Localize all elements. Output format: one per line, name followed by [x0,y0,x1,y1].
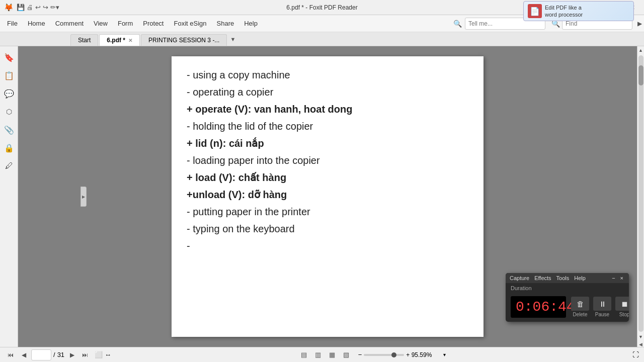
capture-menu[interactable]: Capture [510,275,529,281]
sidebar-attachments-icon[interactable]: 📎 [2,123,16,137]
toolbar-icons: 💾 🖨 ↩ ↪ ✏▾ [17,4,59,11]
duration-display: 0:06:44 [511,296,566,318]
print-icon[interactable]: 🖨 [27,4,33,11]
ribbon-arrow[interactable]: ▶ [637,20,642,27]
next-page-button[interactable]: ▶ [66,349,77,360]
record-buttons-row: 🗑 Delete ⏸ Pause ⏹ Stop [571,297,629,317]
record-duration-label: Duration [506,283,629,292]
pdf-line-4: - holding the lid of the copier [187,118,468,135]
panel-toggle[interactable]: ▶ [80,187,87,207]
sidebar-pages-icon[interactable]: 📋 [2,68,16,82]
pdf-line-2: - operating a copier [187,83,468,101]
fullscreen-icon[interactable]: ⛶ [632,351,639,358]
zoom-control: − + 95.59% ▾ [358,351,446,358]
pdf-line-7: + load (V): chất hàng [187,169,468,186]
ad-icon: 📄 [528,4,542,18]
stop-button[interactable]: ⏹ [615,297,629,311]
zoom-out-icon[interactable]: − [358,351,362,358]
pdf-line-1: - using a copy machine [187,66,468,83]
help-menu[interactable]: Help [574,275,586,281]
pause-label: Pause [595,312,609,317]
zoom-dropdown-arrow[interactable]: ▾ [443,352,446,357]
tab-6pdf[interactable]: 6.pdf * ✕ [99,34,140,46]
sidebar-security-icon[interactable]: 🔒 [2,141,16,155]
menu-view[interactable]: View [89,18,113,29]
effects-menu[interactable]: Effects [534,275,551,281]
page-total: 31 [57,351,64,358]
pdf-line-6: - loading paper into the copier [187,152,468,169]
delete-label: Delete [573,312,588,317]
menu-home[interactable]: Home [23,18,50,29]
first-page-button[interactable]: ⏮ [5,349,16,360]
tab-printing-label: PRINTING SESSION 3 -... [148,37,219,44]
stop-label: Stop [619,312,629,317]
tab-6pdf-close[interactable]: ✕ [128,38,132,43]
pdf-line-3: + operate (V): van hanh, hoat dong [187,101,468,118]
pause-control: ⏸ Pause [593,297,611,317]
redo-icon[interactable]: ↪ [43,4,48,11]
record-header: Capture Effects Tools Help − × [506,273,629,283]
scroll-down-arrow[interactable]: ▼ [637,333,645,341]
titlebar-left: 🦊 💾 🖨 ↩ ↪ ✏▾ [4,3,59,12]
pause-button[interactable]: ⏸ [593,297,611,311]
menu-form[interactable]: Form [113,18,138,29]
fit-width-icon[interactable]: ↔ [105,351,111,358]
tab-dropdown-arrow[interactable]: ▼ [230,36,235,42]
custom-icon[interactable]: ✏▾ [50,4,59,11]
menu-help[interactable]: Help [239,18,263,29]
menu-protect[interactable]: Protect [138,18,169,29]
tab-6pdf-label: 6.pdf * [107,37,125,44]
last-page-button[interactable]: ⏭ [79,349,91,360]
panel-collapse-arrow[interactable]: ◀ [639,342,642,347]
tools-menu[interactable]: Tools [556,275,570,281]
main-area: 🔖 📋 💬 ⬡ 📎 🔒 🖊 ▶ - using a copy machine -… [0,46,644,347]
record-close-button[interactable]: × [619,275,625,281]
continuous-pages-icon[interactable]: ▦ [326,349,338,361]
scroll-thumb[interactable] [638,65,643,85]
two-pages-icon[interactable]: ▧ [340,349,352,361]
record-minimize-button[interactable]: − [610,275,616,281]
sidebar-layers-icon[interactable]: ⬡ [2,105,16,119]
zoom-thumb[interactable] [391,352,396,357]
window-title: 6.pdf * - Foxit PDF Reader [286,4,357,11]
zoom-in-label: + 95.59% [406,351,441,358]
menu-comment[interactable]: Comment [50,18,89,29]
pdf-line-11: - [187,237,468,254]
scroll-track[interactable] [638,55,643,332]
sidebar-comments-icon[interactable]: 💬 [2,86,16,101]
prev-page-button[interactable]: ◀ [18,349,29,360]
pdf-content: - using a copy machine - operating a cop… [187,66,468,254]
delete-button[interactable]: 🗑 [571,297,589,311]
stop-control: ⏹ Stop [615,297,629,317]
recording-panel: Capture Effects Tools Help − × Duration … [506,273,629,322]
menu-foxit-esign[interactable]: Foxit eSign [169,18,211,29]
undo-icon[interactable]: ↩ [35,4,41,11]
sidebar-bookmark-icon[interactable]: 🔖 [2,50,16,64]
fit-window-icon[interactable]: ⬜ [95,351,103,358]
pdf-line-9: - putting paper in the printer [187,203,468,220]
zoom-slider[interactable] [364,354,404,356]
ad-banner[interactable]: 📄 Edit PDF like aword processor [523,1,634,21]
facing-pages-icon[interactable]: ▥ [312,349,324,361]
menu-file[interactable]: File [2,18,23,29]
right-scrollbar[interactable]: ▲ ▼ ◀ [637,46,644,347]
app-icon: 🦊 [4,3,14,12]
status-bar: ⏮ ◀ 2 / 31 ▶ ⏭ ⬜ ↔ ▤ ▥ ▦ ▧ − + 95.59% ▾ … [0,347,644,362]
tab-start-label: Start [78,37,91,44]
view-mode-icons: ▤ ▥ ▦ ▧ [298,349,352,361]
page-input-group: 2 / 31 [31,349,64,360]
save-icon[interactable]: 💾 [17,4,25,11]
current-page-input[interactable]: 2 [31,349,51,360]
sidebar-signatures-icon[interactable]: 🖊 [2,159,16,173]
menu-share[interactable]: Share [212,18,239,29]
single-page-icon[interactable]: ▤ [298,349,310,361]
pdf-line-8: +unload (V): dỡ hàng [187,186,468,203]
pdf-line-10: - typing on the keyboard [187,220,468,237]
tab-bar: Start 6.pdf * ✕ PRINTING SESSION 3 -... … [0,32,644,46]
search-icon: 🔍 [453,20,462,28]
tab-printing[interactable]: PRINTING SESSION 3 -... [141,34,227,46]
chevron-right-icon: ▶ [82,195,85,199]
scroll-up-arrow[interactable]: ▲ [637,46,645,54]
delete-control: 🗑 Delete [571,297,589,317]
tab-start[interactable]: Start [70,34,98,46]
